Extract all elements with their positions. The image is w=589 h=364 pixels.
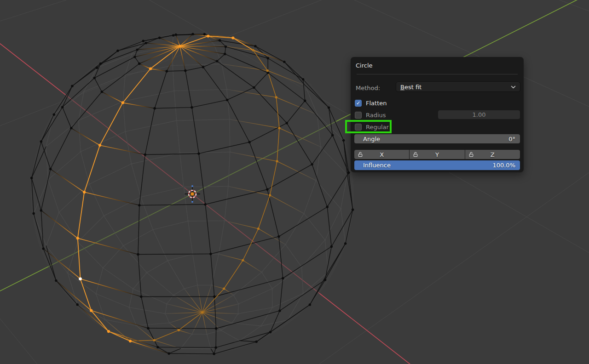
flatten-label: Flatten bbox=[366, 100, 387, 107]
radius-value: 1.00 bbox=[473, 111, 486, 118]
circle-operator-panel: Circle Method: Best fit ✓ Flatten ✓ Radi… bbox=[351, 57, 524, 172]
method-dropdown[interactable]: Best fit bbox=[396, 82, 520, 92]
flatten-row: ✓ Flatten bbox=[355, 99, 387, 107]
axis-lock-z-button[interactable]: Z bbox=[465, 150, 520, 159]
axis-lock-label: X bbox=[380, 151, 384, 158]
unlock-icon bbox=[413, 152, 418, 159]
radius-row: ✓ Radius bbox=[355, 111, 386, 119]
axis-lock-label: Z bbox=[491, 151, 495, 158]
panel-title: Circle bbox=[356, 62, 373, 69]
axis-lock-label: Y bbox=[435, 151, 439, 158]
axis-lock-group: X Y Z bbox=[354, 150, 520, 159]
unlock-icon bbox=[358, 152, 363, 159]
annotation-highlight-box bbox=[345, 120, 392, 133]
angle-value: 0° bbox=[508, 136, 515, 142]
chevron-down-icon bbox=[511, 85, 516, 89]
angle-label: Angle bbox=[363, 136, 380, 142]
radius-checkbox[interactable]: ✓ bbox=[355, 112, 362, 119]
radius-value-field[interactable]: 1.00 bbox=[438, 110, 520, 119]
panel-separator bbox=[357, 74, 518, 74]
influence-label: Influence bbox=[363, 162, 391, 169]
check-icon: ✓ bbox=[356, 101, 360, 106]
unlock-icon bbox=[468, 152, 474, 159]
angle-slider[interactable]: Angle 0° bbox=[354, 134, 520, 143]
method-label: Method: bbox=[356, 85, 380, 91]
axis-lock-x-button[interactable]: X bbox=[354, 150, 409, 159]
viewport-3d[interactable] bbox=[0, 0, 589, 364]
influence-slider[interactable]: Influence 100.0% bbox=[354, 160, 520, 170]
radius-label: Radius bbox=[366, 112, 386, 119]
method-dropdown-value: Best fit bbox=[400, 84, 422, 91]
axis-lock-y-button[interactable]: Y bbox=[410, 150, 464, 159]
flatten-checkbox[interactable]: ✓ bbox=[355, 100, 362, 107]
influence-value: 100.0% bbox=[492, 162, 515, 169]
